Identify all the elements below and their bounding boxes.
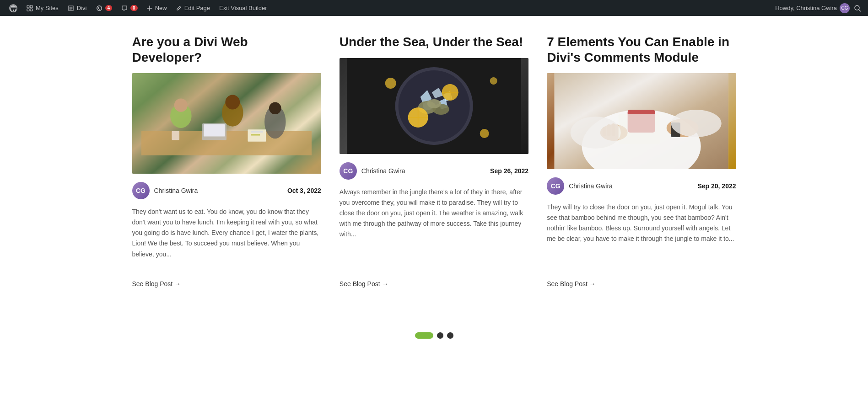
see-blog-link-2[interactable]: See Blog Post →: [340, 277, 528, 291]
page-dot-2[interactable]: [437, 332, 443, 339]
post-image-svg-1: [141, 83, 312, 164]
post-image-1: [132, 73, 321, 174]
pencil-icon: [176, 5, 182, 11]
updates-icon: [96, 5, 102, 11]
edit-page-label: Edit Page: [184, 5, 210, 11]
pagination-dots: [415, 332, 453, 339]
comments-count-badge: 0: [130, 5, 138, 11]
post-card-2: Under the Sea, Under the Sea!: [340, 34, 528, 291]
howdy-text: Howdy, Christina Gwira: [775, 5, 837, 11]
author-info-2: CG Christina Gwira: [340, 162, 405, 180]
svg-point-51: [671, 110, 722, 137]
updates-count-badge: 4: [105, 5, 113, 11]
svg-rect-2: [30, 5, 32, 8]
svg-rect-3: [27, 9, 29, 11]
author-avatar-3: CG: [547, 177, 564, 195]
exit-visual-builder-label: Exit Visual Builder: [219, 5, 267, 11]
post-divider-3: [547, 269, 736, 269]
author-name-2: Christina Gwira: [361, 167, 405, 175]
user-info: Howdy, Christina Gwira CG: [775, 3, 863, 13]
author-row-3: CG Christina Gwira Sep 20, 2022: [547, 177, 736, 195]
plus-icon: [147, 5, 152, 11]
author-row-2: CG Christina Gwira Sep 26, 2022: [340, 162, 528, 180]
svg-point-50: [571, 117, 621, 149]
see-blog-link-3[interactable]: See Blog Post →: [547, 277, 736, 291]
svg-point-37: [385, 78, 396, 89]
author-avatar-1: CG: [132, 182, 150, 199]
main-content: Are you a Divi Web Developer?: [105, 16, 764, 375]
page-dot-3[interactable]: [447, 332, 453, 339]
my-sites-label: My Sites: [36, 5, 59, 11]
post-card-3: 7 Elements You Can Enable in Divi's Comm…: [547, 34, 736, 291]
svg-point-11: [225, 95, 240, 110]
post-card-1: Are you a Divi Web Developer?: [132, 34, 321, 291]
author-name-1: Christina Gwira: [154, 187, 198, 194]
post-divider-2: [340, 269, 528, 269]
sites-icon: [27, 5, 33, 11]
page-dot-1[interactable]: [415, 332, 433, 339]
author-name-3: Christina Gwira: [569, 182, 613, 190]
post-excerpt-3: They will try to close the door on you, …: [547, 202, 736, 259]
see-blog-link-1[interactable]: See Blog Post →: [132, 277, 321, 291]
svg-line-6: [859, 10, 861, 11]
svg-rect-1: [27, 5, 29, 8]
post-divider-1: [132, 269, 321, 269]
post-excerpt-2: Always remember in the jungle there's a …: [340, 187, 528, 260]
svg-rect-16: [172, 131, 180, 140]
exit-visual-builder-link[interactable]: Exit Visual Builder: [216, 0, 271, 16]
svg-rect-19: [251, 134, 260, 135]
search-icon[interactable]: [852, 3, 863, 13]
post-excerpt-1: They don't want us to eat. You do know, …: [132, 207, 321, 259]
post-date-2: Sep 26, 2022: [490, 167, 528, 175]
post-image-svg-3: [547, 73, 736, 169]
edit-page-link[interactable]: Edit Page: [173, 0, 214, 16]
divi-label: Divi: [77, 5, 87, 11]
post-image-svg-2: [340, 58, 528, 154]
posts-grid: Are you a Divi Web Developer?: [132, 34, 736, 291]
author-avatar-2: CG: [340, 162, 357, 180]
post-date-1: Oct 3, 2022: [287, 187, 321, 194]
author-row-1: CG Christina Gwira Oct 3, 2022: [132, 182, 321, 199]
comments-icon: [121, 5, 128, 11]
pagination-area: [132, 305, 736, 339]
svg-point-30: [427, 99, 441, 108]
new-label: New: [155, 5, 167, 11]
svg-point-5: [855, 5, 859, 10]
svg-rect-4: [30, 9, 32, 11]
svg-point-9: [174, 99, 188, 112]
post-date-3: Sep 20, 2022: [697, 182, 736, 190]
user-avatar[interactable]: CG: [840, 3, 850, 13]
svg-point-13: [269, 102, 281, 115]
post-image-2: [340, 58, 528, 154]
svg-rect-15: [204, 124, 225, 137]
svg-rect-52: [619, 114, 660, 144]
post-image-3: [547, 73, 736, 169]
author-info-1: CG Christina Gwira: [132, 182, 198, 199]
wordpress-icon: [9, 4, 17, 12]
post-title-1: Are you a Divi Web Developer?: [132, 34, 321, 65]
post-title-2: Under the Sea, Under the Sea!: [340, 34, 528, 50]
svg-point-39: [490, 77, 497, 85]
svg-point-38: [480, 129, 489, 138]
my-sites-link[interactable]: My Sites: [23, 0, 62, 16]
comments-link[interactable]: 0: [118, 0, 141, 16]
new-link[interactable]: New: [143, 0, 171, 16]
wordpress-logo-link[interactable]: [5, 0, 21, 16]
updates-link[interactable]: 4: [92, 0, 116, 16]
svg-rect-18: [251, 131, 263, 133]
author-info-3: CG Christina Gwira: [547, 177, 613, 195]
divi-link[interactable]: Divi: [64, 0, 91, 16]
divi-icon: [68, 5, 74, 11]
post-title-3: 7 Elements You Can Enable in Divi's Comm…: [547, 34, 736, 65]
admin-bar: My Sites Divi 4 0 New Edit Page Exit Vis…: [0, 0, 868, 16]
